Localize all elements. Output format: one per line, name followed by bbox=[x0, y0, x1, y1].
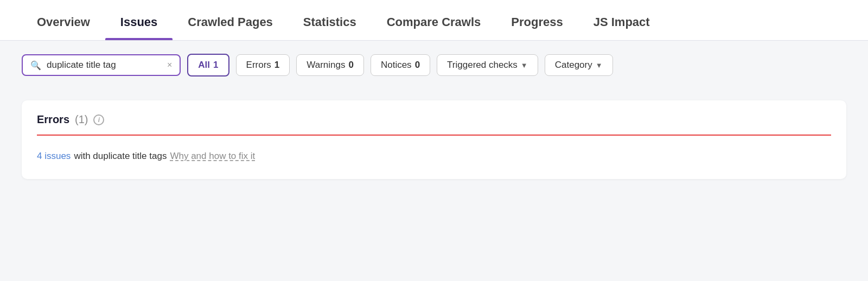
issues-count-link[interactable]: 4 issues bbox=[37, 151, 71, 162]
search-input[interactable] bbox=[47, 60, 162, 71]
errors-section-title: Errors bbox=[37, 113, 69, 126]
tab-crawled-pages[interactable]: Crawled Pages bbox=[173, 0, 288, 40]
triggered-checks-chevron-icon: ▼ bbox=[521, 61, 528, 69]
table-row: 4 issues with duplicate title tags Why a… bbox=[37, 146, 831, 166]
errors-header: Errors (1) i bbox=[37, 113, 831, 126]
category-label: Category bbox=[555, 60, 592, 71]
main-content: Errors (1) i 4 issues with duplicate tit… bbox=[0, 90, 868, 190]
tab-progress[interactable]: Progress bbox=[496, 0, 578, 40]
filter-notices-button[interactable]: Notices 0 bbox=[371, 54, 430, 76]
triggered-checks-label: Triggered checks bbox=[447, 60, 518, 71]
filter-errors-count: 1 bbox=[275, 60, 279, 71]
category-dropdown[interactable]: Category ▼ bbox=[545, 54, 613, 76]
errors-section-count: (1) bbox=[75, 113, 88, 126]
filter-warnings-count: 0 bbox=[348, 60, 353, 71]
filter-warnings-label: Warnings bbox=[307, 60, 345, 71]
errors-divider bbox=[37, 135, 831, 136]
filter-errors-button[interactable]: Errors 1 bbox=[236, 54, 290, 76]
filter-warnings-button[interactable]: Warnings 0 bbox=[296, 54, 364, 76]
tab-list: Overview Issues Crawled Pages Statistics… bbox=[22, 0, 846, 40]
filter-notices-count: 0 bbox=[415, 60, 420, 71]
filter-notices-label: Notices bbox=[381, 60, 412, 71]
tab-js-impact[interactable]: JS Impact bbox=[578, 0, 665, 40]
filter-errors-label: Errors bbox=[246, 60, 271, 71]
search-wrapper: 🔍 × bbox=[22, 54, 181, 76]
tab-navigation: Overview Issues Crawled Pages Statistics… bbox=[0, 0, 868, 41]
filters-bar: 🔍 × All 1 Errors 1 Warnings 0 Notices 0 … bbox=[0, 41, 868, 90]
category-chevron-icon: ▼ bbox=[596, 61, 603, 69]
fix-link[interactable]: Why and how to fix it bbox=[170, 151, 255, 162]
filter-all-label: All bbox=[198, 60, 210, 71]
tab-overview[interactable]: Overview bbox=[22, 0, 105, 40]
tab-compare-crawls[interactable]: Compare Crawls bbox=[372, 0, 496, 40]
triggered-checks-dropdown[interactable]: Triggered checks ▼ bbox=[437, 54, 538, 76]
info-icon[interactable]: i bbox=[93, 114, 104, 125]
tab-issues[interactable]: Issues bbox=[105, 0, 173, 40]
errors-card: Errors (1) i 4 issues with duplicate tit… bbox=[22, 100, 846, 179]
filter-all-count: 1 bbox=[213, 60, 218, 71]
search-clear-button[interactable]: × bbox=[167, 61, 172, 69]
filter-all-button[interactable]: All 1 bbox=[187, 54, 229, 76]
error-description: with duplicate title tags bbox=[74, 151, 167, 162]
search-icon: 🔍 bbox=[30, 60, 41, 71]
tab-statistics[interactable]: Statistics bbox=[288, 0, 372, 40]
